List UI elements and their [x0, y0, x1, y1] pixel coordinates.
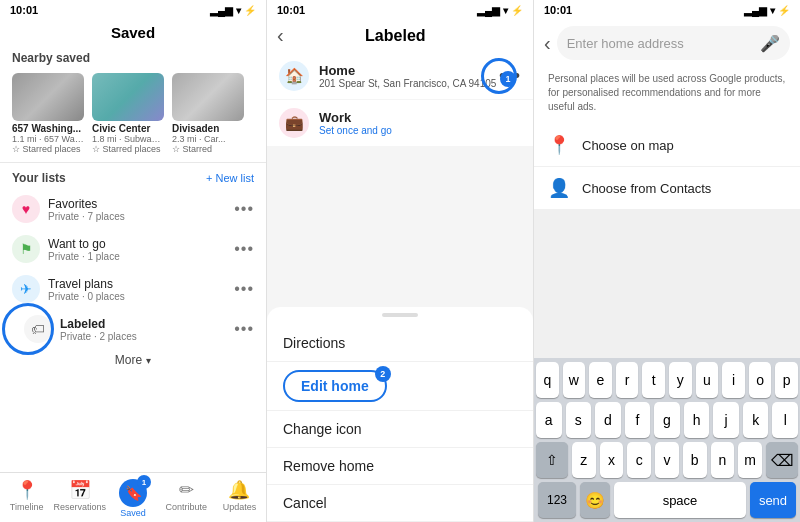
change-icon-item[interactable]: Change icon — [267, 411, 533, 448]
tab-reservations[interactable]: 📅 Reservations — [53, 473, 106, 522]
search-placeholder: Enter home address — [567, 36, 760, 51]
key-b[interactable]: b — [683, 442, 707, 478]
nearby-saved-label: Nearby saved — [0, 47, 266, 69]
key-n[interactable]: n — [711, 442, 735, 478]
keyboard-row-1: q w e r t y u i o p — [536, 362, 798, 398]
travel-icon: ✈ — [12, 275, 40, 303]
personal-places-info: Personal places will be used across Goog… — [534, 66, 800, 124]
key-123[interactable]: 123 — [538, 482, 576, 518]
key-g[interactable]: g — [654, 402, 680, 438]
key-delete[interactable]: ⌫ — [766, 442, 798, 478]
edit-home-circle[interactable]: Edit home 2 — [283, 370, 387, 402]
key-y[interactable]: y — [669, 362, 692, 398]
timeline-icon: 📍 — [16, 479, 38, 501]
tab-contribute-label: Contribute — [165, 502, 207, 512]
list-item-travel[interactable]: ✈ Travel plans Private · 0 places ••• — [0, 269, 266, 309]
contribute-icon: ✏ — [179, 479, 194, 501]
on-screen-keyboard: q w e r t y u i o p a s d f g h j k l ⇧ … — [534, 358, 800, 522]
want-to-go-icon: ⚑ — [12, 235, 40, 263]
key-d[interactable]: d — [595, 402, 621, 438]
tab-updates[interactable]: 🔔 Updates — [213, 473, 266, 522]
signal-icon-2: ▂▄▆ — [477, 5, 500, 16]
nearby-thumb-civic — [92, 73, 164, 121]
home-list-item[interactable]: 🏠 Home 201 Spear St, San Francisco, CA 9… — [267, 53, 533, 99]
list-item-labeled[interactable]: 🏷 Labeled Private · 2 places ••• — [0, 309, 266, 349]
nearby-star-div: ☆ Starred — [172, 144, 244, 154]
microphone-icon[interactable]: 🎤 — [760, 34, 780, 53]
key-q[interactable]: q — [536, 362, 559, 398]
key-c[interactable]: c — [627, 442, 651, 478]
key-i[interactable]: i — [722, 362, 745, 398]
panel-enter-address: 10:01 ▂▄▆ ▾ ⚡ ‹ Enter home address 🎤 Per… — [534, 0, 800, 522]
chevron-down-icon: ▾ — [146, 355, 151, 366]
home-addr: 201 Spear St, San Francisco, CA 94105 — [319, 78, 499, 89]
bottom-sheet: Directions Edit home 2 Change icon Remov… — [267, 307, 533, 522]
key-s[interactable]: s — [566, 402, 592, 438]
more-button[interactable]: More ▾ — [0, 349, 266, 371]
key-u[interactable]: u — [696, 362, 719, 398]
key-x[interactable]: x — [600, 442, 624, 478]
choose-from-contacts-option[interactable]: 👤 Choose from Contacts — [534, 167, 800, 210]
directions-label: Directions — [283, 335, 345, 351]
work-name: Work — [319, 110, 521, 125]
cancel-item[interactable]: Cancel — [267, 485, 533, 522]
back-button-3[interactable]: ‹ — [544, 32, 551, 55]
directions-item[interactable]: Directions — [267, 325, 533, 362]
page-title-saved: Saved — [0, 20, 266, 47]
key-space[interactable]: space — [614, 482, 746, 518]
edit-home-row[interactable]: Edit home 2 — [267, 362, 533, 411]
status-icons-1: ▂▄▆ ▾ ⚡ — [210, 5, 256, 16]
home-icon: 🏠 — [279, 61, 309, 91]
key-shift[interactable]: ⇧ — [536, 442, 568, 478]
wifi-icon-3: ▾ — [770, 5, 775, 16]
new-list-button[interactable]: + New list — [206, 172, 254, 184]
key-f[interactable]: f — [625, 402, 651, 438]
key-w[interactable]: w — [563, 362, 586, 398]
key-v[interactable]: v — [655, 442, 679, 478]
back-button-2[interactable]: ‹ — [277, 24, 284, 47]
labeled-menu[interactable]: ••• — [234, 320, 254, 338]
key-send[interactable]: send — [750, 482, 796, 518]
edit-home-label: Edit home — [301, 378, 369, 394]
keyboard-row-3: ⇧ z x c v b n m ⌫ — [536, 442, 798, 478]
nearby-thumb-657 — [12, 73, 84, 121]
tab-saved[interactable]: 🔖 1 Saved — [106, 473, 159, 522]
change-icon-label: Change icon — [283, 421, 362, 437]
key-h[interactable]: h — [684, 402, 710, 438]
address-search-box[interactable]: Enter home address 🎤 — [557, 26, 790, 60]
tab-timeline[interactable]: 📍 Timeline — [0, 473, 53, 522]
travel-menu[interactable]: ••• — [234, 280, 254, 298]
key-z[interactable]: z — [572, 442, 596, 478]
key-r[interactable]: r — [616, 362, 639, 398]
list-item-favorites[interactable]: ♥ Favorites Private · 7 places ••• — [0, 189, 266, 229]
work-list-item[interactable]: 💼 Work Set once and go — [267, 100, 533, 146]
key-o[interactable]: o — [749, 362, 772, 398]
key-l[interactable]: l — [772, 402, 798, 438]
key-k[interactable]: k — [743, 402, 769, 438]
list-item-want-to-go[interactable]: ⚑ Want to go Private · 1 place ••• — [0, 229, 266, 269]
contacts-icon: 👤 — [548, 177, 570, 199]
key-emoji[interactable]: 😊 — [580, 482, 610, 518]
nearby-item-657[interactable]: 657 Washing... 1.1 mi · 657 Washi... ☆ S… — [12, 73, 84, 154]
nearby-star-civic: ☆ Starred places — [92, 144, 164, 154]
keyboard-spacer — [534, 210, 800, 358]
key-e[interactable]: e — [589, 362, 612, 398]
want-to-go-sub: Private · 1 place — [48, 251, 234, 262]
choose-on-map-option[interactable]: 📍 Choose on map — [534, 124, 800, 167]
status-bar-2: 10:01 ▂▄▆ ▾ ⚡ — [267, 0, 533, 20]
key-j[interactable]: j — [713, 402, 739, 438]
key-a[interactable]: a — [536, 402, 562, 438]
favorites-menu[interactable]: ••• — [234, 200, 254, 218]
key-t[interactable]: t — [642, 362, 665, 398]
want-to-go-menu[interactable]: ••• — [234, 240, 254, 258]
favorites-name: Favorites — [48, 197, 234, 211]
tab-contribute[interactable]: ✏ Contribute — [160, 473, 213, 522]
nearby-item-div[interactable]: Divisaden 2.3 mi · Car... ☆ Starred — [172, 73, 244, 154]
nearby-item-civic[interactable]: Civic Center 1.8 mi · Subway sta... ☆ St… — [92, 73, 164, 154]
labeled-title: Labeled — [292, 27, 499, 45]
signal-icon-3: ▂▄▆ — [744, 5, 767, 16]
remove-home-item[interactable]: Remove home — [267, 448, 533, 485]
work-icon: 💼 — [279, 108, 309, 138]
key-p[interactable]: p — [775, 362, 798, 398]
key-m[interactable]: m — [738, 442, 762, 478]
